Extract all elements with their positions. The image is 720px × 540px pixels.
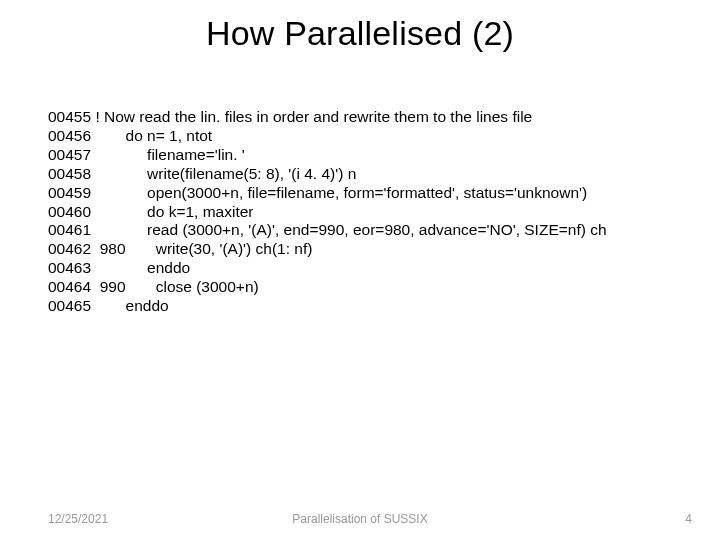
code-block: 00455 ! Now read the lin. files in order… [48,108,672,316]
footer: 12/25/2021 Parallelisation of SUSSIX 4 [0,506,720,526]
slide: How Parallelised (2) 00455 ! Now read th… [0,0,720,540]
slide-title: How Parallelised (2) [0,14,720,53]
footer-page-number: 4 [685,512,692,526]
footer-title: Parallelisation of SUSSIX [0,512,720,526]
